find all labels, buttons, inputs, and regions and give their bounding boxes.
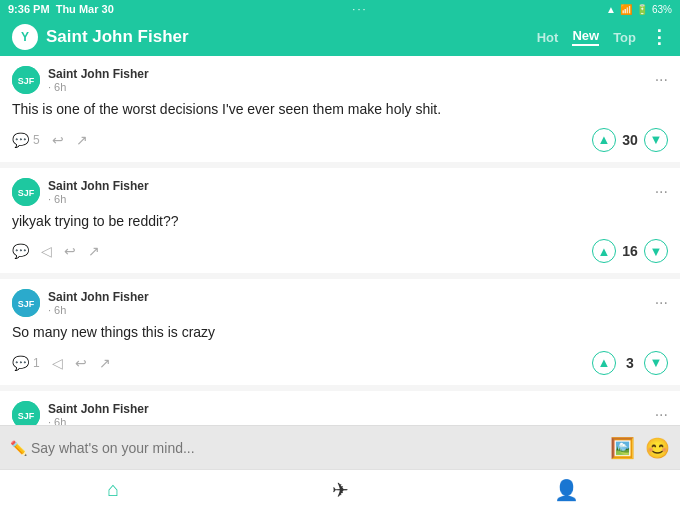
post-header: SJF Saint John Fisher · 6h ··· (12, 289, 668, 317)
post-header: SJF Saint John Fisher · 6h ··· (12, 178, 668, 206)
post-more-icon[interactable]: ··· (655, 294, 668, 312)
nav-messages[interactable]: ✈ (227, 470, 454, 509)
post-actions: 💬 5 ↩ ↗ ▲ 30 ▼ (12, 128, 668, 152)
home-icon: ⌂ (107, 478, 119, 501)
upvote-button[interactable]: ▲ (592, 128, 616, 152)
post-actions-left: 💬 1 ◁ ↩ ↗ (12, 355, 111, 371)
post-item: SJF Saint John Fisher · 6h ··· This is o… (0, 56, 680, 162)
bookmark-icon: ◁ (52, 355, 63, 371)
status-time: 9:36 PM Thu Mar 30 (8, 3, 114, 15)
wifi-icon: ▲ (606, 4, 616, 15)
post-author-name: Saint John Fisher (48, 179, 149, 193)
post-author-info: SJF Saint John Fisher · 6h (12, 66, 149, 94)
post-content: This is one of the worst decisions I've … (12, 100, 668, 120)
share-button[interactable]: ↗ (99, 355, 111, 371)
profile-icon: 👤 (554, 478, 579, 502)
repost-icon: ↩ (64, 243, 76, 259)
status-bar: 9:36 PM Thu Mar 30 ··· ▲ 📶 🔋 63% (0, 0, 680, 18)
downvote-button[interactable]: ▼ (644, 128, 668, 152)
comment-count: 5 (33, 133, 40, 147)
repost-button[interactable]: ↩ (52, 132, 64, 148)
bookmark-button[interactable]: ◁ (52, 355, 63, 371)
compose-icons: 🖼️ 😊 (610, 436, 670, 460)
share-button[interactable]: ↗ (88, 243, 100, 259)
logo-icon: Y (21, 30, 29, 44)
post-meta: Saint John Fisher · 6h (48, 402, 149, 425)
bottom-navigation: ⌂ ✈ 👤 (0, 469, 680, 509)
community-title: Saint John Fisher (46, 27, 189, 47)
svg-text:SJF: SJF (18, 299, 35, 309)
post-timestamp: · 6h (48, 81, 149, 93)
svg-text:SJF: SJF (18, 411, 35, 421)
post-header: SJF Saint John Fisher · 6h ··· (12, 401, 668, 425)
post-timestamp: · 6h (48, 304, 149, 316)
post-meta: Saint John Fisher · 6h (48, 290, 149, 316)
upvote-button[interactable]: ▲ (592, 239, 616, 263)
comment-button[interactable]: 💬 1 (12, 355, 40, 371)
post-more-icon[interactable]: ··· (655, 406, 668, 424)
status-center-dots: ··· (352, 3, 367, 15)
bookmark-button[interactable]: ◁ (41, 243, 52, 259)
svg-text:SJF: SJF (18, 188, 35, 198)
share-icon: ↗ (99, 355, 111, 371)
post-item: SJF Saint John Fisher · 6h ··· yikyak tr… (0, 168, 680, 274)
post-feed: SJF Saint John Fisher · 6h ··· This is o… (0, 56, 680, 425)
post-meta: Saint John Fisher · 6h (48, 67, 149, 93)
status-indicators: ▲ 📶 🔋 63% (606, 4, 672, 15)
comment-button[interactable]: 💬 (12, 243, 29, 259)
nav-home[interactable]: ⌂ (0, 470, 227, 509)
image-icon[interactable]: 🖼️ (610, 436, 635, 460)
post-more-icon[interactable]: ··· (655, 71, 668, 89)
share-button[interactable]: ↗ (76, 132, 88, 148)
share-icon: ↗ (88, 243, 100, 259)
comment-icon: 💬 (12, 243, 29, 259)
avatar: SJF (12, 289, 40, 317)
tab-new[interactable]: New (572, 28, 599, 46)
vote-area: ▲ 16 ▼ (592, 239, 668, 263)
nav-profile[interactable]: 👤 (453, 470, 680, 509)
comment-icon: 💬 (12, 132, 29, 148)
repost-icon: ↩ (75, 355, 87, 371)
battery-icon: 🔋 (636, 4, 648, 15)
comment-icon: 💬 (12, 355, 29, 371)
repost-icon: ↩ (52, 132, 64, 148)
battery-level: 63% (652, 4, 672, 15)
post-timestamp: · 6h (48, 193, 149, 205)
post-content: yikyak trying to be reddit?? (12, 212, 668, 232)
avatar: SJF (12, 401, 40, 425)
post-content: So many new things this is crazy (12, 323, 668, 343)
compose-bar: 🖼️ 😊 (0, 425, 680, 469)
tab-hot[interactable]: Hot (537, 30, 559, 45)
vote-area: ▲ 3 ▼ (592, 351, 668, 375)
downvote-button[interactable]: ▼ (644, 239, 668, 263)
vote-count: 30 (620, 132, 640, 148)
app-logo: Y (12, 24, 38, 50)
bookmark-icon: ◁ (41, 243, 52, 259)
post-author-name: Saint John Fisher (48, 67, 149, 81)
avatar: SJF (12, 66, 40, 94)
more-options-icon[interactable]: ⋮ (650, 26, 668, 48)
post-author-name: Saint John Fisher (48, 402, 149, 416)
post-actions: 💬 1 ◁ ↩ ↗ ▲ 3 ▼ (12, 351, 668, 375)
header-left: Y Saint John Fisher (12, 24, 189, 50)
emoji-icon[interactable]: 😊 (645, 436, 670, 460)
post-header: SJF Saint John Fisher · 6h ··· (12, 66, 668, 94)
post-author-info: SJF Saint John Fisher · 6h (12, 401, 149, 425)
repost-button[interactable]: ↩ (64, 243, 76, 259)
post-actions-left: 💬 5 ↩ ↗ (12, 132, 88, 148)
comment-count: 1 (33, 356, 40, 370)
post-more-icon[interactable]: ··· (655, 183, 668, 201)
post-author-info: SJF Saint John Fisher · 6h (12, 178, 149, 206)
upvote-button[interactable]: ▲ (592, 351, 616, 375)
post-meta: Saint John Fisher · 6h (48, 179, 149, 205)
compose-input[interactable] (10, 440, 602, 456)
comment-button[interactable]: 💬 5 (12, 132, 40, 148)
post-item: SJF Saint John Fisher · 6h ··· So many n… (0, 279, 680, 385)
downvote-button[interactable]: ▼ (644, 351, 668, 375)
signal-icon: 📶 (620, 4, 632, 15)
repost-button[interactable]: ↩ (75, 355, 87, 371)
post-item: SJF Saint John Fisher · 6h ··· Hmmm no I… (0, 391, 680, 425)
avatar: SJF (12, 178, 40, 206)
tab-top[interactable]: Top (613, 30, 636, 45)
post-author-name: Saint John Fisher (48, 290, 149, 304)
